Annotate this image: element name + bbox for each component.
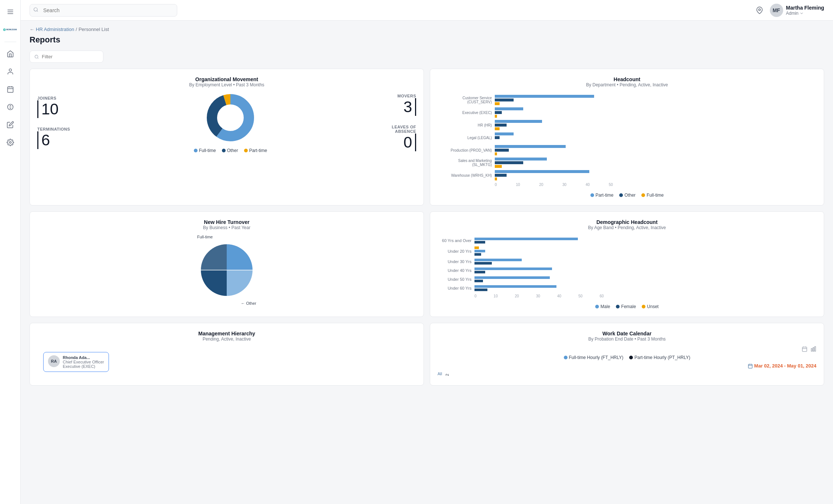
- management-job-title: Chief Executive Officer: [63, 360, 104, 364]
- headcount-row: Production (PROD_VAN): [438, 145, 816, 155]
- demographic-subtitle: By Age Band • Pending, Active, Inactive: [438, 225, 816, 230]
- management-dept: Executive (EXEC): [63, 364, 104, 369]
- calendar-tool-icon[interactable]: [802, 346, 808, 353]
- org-movement-subtitle: By Employment Level • Past 3 Months: [37, 82, 416, 87]
- header-right: MF Martha Fleming Admin: [754, 4, 824, 17]
- search-input[interactable]: [30, 4, 177, 17]
- user-role: Admin: [786, 11, 824, 16]
- calendar-nav-icon[interactable]: [3, 82, 18, 97]
- search-container: [30, 4, 177, 17]
- org-card-inner: JOINERS 10 TERMINATIONS 6: [37, 92, 416, 153]
- page-title: Reports: [30, 35, 824, 45]
- all-link[interactable]: All: [438, 372, 442, 376]
- org-movement-card: Organizational Movement By Employment Le…: [30, 69, 424, 206]
- breadcrumb-parent[interactable]: HR Administration: [36, 27, 74, 32]
- user-menu[interactable]: MF Martha Fleming Admin: [770, 4, 824, 17]
- demographic-row: Under 30 Yrs: [438, 259, 816, 265]
- card-toolbar: [438, 346, 816, 353]
- parttime-dot: [244, 149, 248, 152]
- breadcrumb-current: Personnel List: [79, 27, 109, 32]
- work-date-subtitle: By Probation End Date • Past 3 Months: [438, 336, 816, 342]
- headcount-subtitle: By Department • Pending, Active, Inactiv…: [438, 82, 816, 87]
- org-center: Full-time Other Part-time: [82, 92, 379, 153]
- search-icon: [33, 7, 38, 14]
- user-name: Martha Fleming: [786, 5, 824, 11]
- menu-icon[interactable]: [3, 4, 18, 19]
- headcount-row: Executive (EXEC): [438, 107, 816, 118]
- management-name: Rhonda Ada...: [63, 355, 104, 360]
- back-arrow: ←: [30, 27, 34, 32]
- org-right-stats: MOVERS 3 LEAVES OF ABSENCE 0: [379, 94, 416, 151]
- management-info: Rhonda Ada... Chief Executive Officer Ex…: [63, 355, 104, 369]
- wdc-legend: Full-time Hourly (FT_HRLY) Part-time Hou…: [438, 355, 816, 360]
- legend-fulltime: Full-time: [194, 148, 216, 153]
- svg-point-19: [219, 107, 241, 129]
- joiners-stat: JOINERS 10: [37, 96, 82, 118]
- terminations-value: 6: [37, 131, 82, 149]
- app-logo: WORKZOOM: [3, 25, 18, 34]
- headcount-legend: Part-time Other Full-time: [438, 193, 816, 198]
- svg-text:WORKZOOM: WORKZOOM: [6, 29, 17, 31]
- ft-label: Full-time: [197, 235, 213, 239]
- headcount-card: Headcount By Department • Pending, Activ…: [430, 69, 824, 206]
- demographic-row: Under 20 Yrs: [438, 246, 816, 256]
- headcount-row: HR (HR): [438, 120, 816, 130]
- content-area: ← HR Administration / Personnel List Rep…: [21, 21, 833, 504]
- breadcrumb: ← HR Administration / Personnel List: [30, 27, 824, 32]
- legend-other: Other: [222, 148, 238, 153]
- svg-point-6: [9, 69, 11, 72]
- svg-point-4: [4, 29, 5, 30]
- movers-value: 3: [379, 98, 416, 116]
- other-dot: [222, 149, 226, 152]
- headcount-title: Headcount: [438, 76, 816, 82]
- svg-rect-28: [748, 364, 752, 368]
- filter-input[interactable]: [42, 54, 99, 59]
- other-label: ← Other: [241, 301, 256, 305]
- location-icon[interactable]: [754, 4, 765, 16]
- header: MF Martha Fleming Admin: [21, 0, 833, 21]
- work-date-card: Work Date Calendar By Probation End Date…: [430, 323, 824, 386]
- svg-point-15: [35, 55, 38, 58]
- wdc-content: All 2: [438, 372, 816, 376]
- chart-tool-icon[interactable]: [810, 346, 816, 353]
- new-hire-subtitle: By Business • Past Year: [37, 225, 416, 230]
- filter-bar: [30, 51, 103, 63]
- demographic-row: Under 50 Yrs: [438, 276, 816, 282]
- edit-nav-icon[interactable]: [3, 117, 18, 132]
- pie-chart: [197, 241, 256, 300]
- new-hire-content: Full-time: [37, 235, 416, 305]
- headcount-row: Legal (LEGAL): [438, 132, 816, 143]
- new-hire-title: New Hire Turnover: [37, 219, 416, 225]
- legend-parttime: Part-time: [244, 148, 267, 153]
- org-left-stats: JOINERS 10 TERMINATIONS 6: [37, 96, 82, 149]
- leaves-label: LEAVES OF ABSENCE: [379, 125, 416, 134]
- management-subtitle: Pending, Active, Inactive: [37, 336, 416, 342]
- demographic-card: Demographic Headcount By Age Band • Pend…: [430, 211, 824, 317]
- svg-point-12: [9, 142, 11, 144]
- svg-point-14: [758, 8, 760, 10]
- svg-rect-26: [813, 348, 814, 351]
- management-person[interactable]: RA Rhonda Ada... Chief Executive Officer…: [43, 352, 109, 372]
- user-text: Martha Fleming Admin: [786, 5, 824, 16]
- home-nav-icon[interactable]: [3, 46, 18, 61]
- svg-point-13: [34, 7, 37, 11]
- svg-rect-25: [811, 349, 812, 351]
- org-legend: Full-time Other Part-time: [194, 148, 267, 153]
- fulltime-dot: [194, 149, 198, 152]
- management-content: RA Rhonda Ada... Chief Executive Officer…: [37, 346, 416, 378]
- gear-nav-icon[interactable]: [3, 135, 18, 150]
- leaves-stat: LEAVES OF ABSENCE 0: [379, 125, 416, 151]
- headcount-row: Customer Service (CUST_SERV): [438, 95, 816, 105]
- main-container: MF Martha Fleming Admin ← HR Administrat…: [21, 0, 833, 504]
- dollar-nav-icon[interactable]: [3, 100, 18, 114]
- avatar: MF: [770, 4, 783, 17]
- person-nav-icon[interactable]: [3, 64, 18, 79]
- new-hire-card: New Hire Turnover By Business • Past Yea…: [30, 211, 424, 317]
- donut-chart: [205, 92, 256, 144]
- headcount-row: Sales and Marketing (SL_MKTG): [438, 158, 816, 168]
- demographic-row: Under 60 Yrs: [438, 285, 816, 291]
- headcount-bar-chart: Customer Service (CUST_SERV)Executive (E…: [438, 92, 816, 190]
- svg-rect-27: [815, 346, 816, 351]
- sidebar: WORKZOOM: [0, 0, 21, 504]
- management-title: Management Hierarchy: [37, 331, 416, 336]
